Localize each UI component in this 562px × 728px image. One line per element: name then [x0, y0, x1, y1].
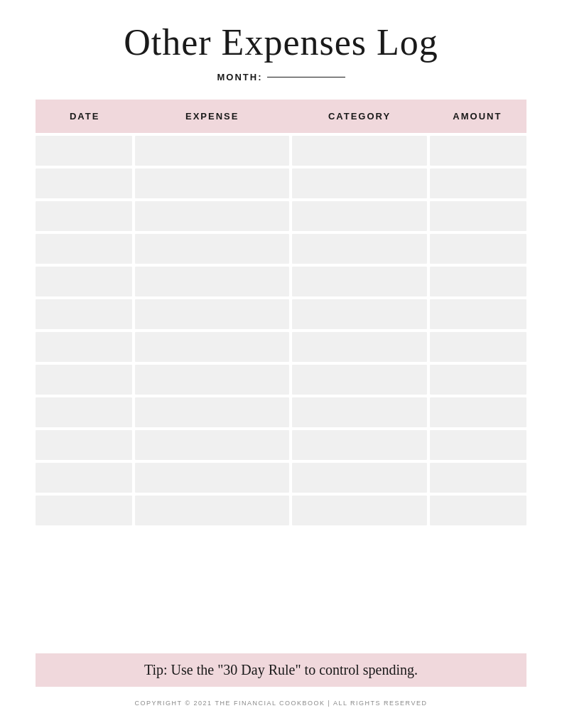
tip-text: Tip: Use the "30 Day Rule" to control sp… [144, 662, 418, 678]
cell-0-1[interactable] [135, 136, 289, 166]
cell-4-3[interactable] [430, 267, 526, 296]
cell-4-2[interactable] [292, 267, 427, 296]
cell-4-0[interactable] [36, 267, 132, 296]
cell-10-3[interactable] [430, 463, 526, 493]
cell-11-0[interactable] [36, 496, 132, 525]
table-body [36, 136, 526, 525]
cell-6-0[interactable] [36, 332, 132, 362]
month-row: MONTH: [217, 72, 345, 82]
cell-8-2[interactable] [292, 397, 427, 427]
cell-5-2[interactable] [292, 299, 427, 329]
cell-7-0[interactable] [36, 365, 132, 395]
cell-3-2[interactable] [292, 234, 427, 264]
cell-9-1[interactable] [135, 430, 289, 460]
cell-7-3[interactable] [430, 365, 526, 395]
cell-9-0[interactable] [36, 430, 132, 460]
table-row[interactable] [36, 365, 526, 395]
tip-bar: Tip: Use the "30 Day Rule" to control sp… [36, 653, 526, 687]
cell-3-1[interactable] [135, 234, 289, 264]
table-row[interactable] [36, 201, 526, 231]
cell-7-1[interactable] [135, 365, 289, 395]
cell-11-3[interactable] [430, 496, 526, 525]
month-line [267, 77, 345, 77]
header-category: CATEGORY [291, 107, 428, 126]
cell-1-0[interactable] [36, 168, 132, 198]
cell-6-1[interactable] [135, 332, 289, 362]
table-row[interactable] [36, 397, 526, 427]
cell-5-3[interactable] [430, 299, 526, 329]
cell-0-3[interactable] [430, 136, 526, 166]
cell-2-0[interactable] [36, 201, 132, 231]
table-row[interactable] [36, 430, 526, 460]
header-expense: EXPENSE [134, 107, 291, 126]
table-row[interactable] [36, 136, 526, 166]
cell-2-1[interactable] [135, 201, 289, 231]
month-label: MONTH: [217, 72, 263, 82]
cell-11-1[interactable] [135, 496, 289, 525]
cell-10-0[interactable] [36, 463, 132, 493]
cell-8-1[interactable] [135, 397, 289, 427]
cell-8-0[interactable] [36, 397, 132, 427]
cell-1-1[interactable] [135, 168, 289, 198]
cell-1-3[interactable] [430, 168, 526, 198]
cell-5-1[interactable] [135, 299, 289, 329]
cell-10-1[interactable] [135, 463, 289, 493]
table-row[interactable] [36, 332, 526, 362]
cell-9-2[interactable] [292, 430, 427, 460]
table-row[interactable] [36, 168, 526, 198]
cell-2-3[interactable] [430, 201, 526, 231]
cell-4-1[interactable] [135, 267, 289, 296]
cell-11-2[interactable] [292, 496, 427, 525]
cell-0-0[interactable] [36, 136, 132, 166]
cell-6-3[interactable] [430, 332, 526, 362]
cell-2-2[interactable] [292, 201, 427, 231]
table-header: DATE EXPENSE CATEGORY AMOUNT [36, 100, 526, 133]
cell-5-0[interactable] [36, 299, 132, 329]
page-title: Other Expenses Log [124, 21, 438, 63]
cell-10-2[interactable] [292, 463, 427, 493]
header-date: DATE [36, 107, 134, 126]
table-row[interactable] [36, 234, 526, 264]
table-row[interactable] [36, 299, 526, 329]
expense-table: DATE EXPENSE CATEGORY AMOUNT [36, 100, 526, 642]
cell-8-3[interactable] [430, 397, 526, 427]
table-row[interactable] [36, 267, 526, 296]
table-row[interactable] [36, 496, 526, 525]
cell-1-2[interactable] [292, 168, 427, 198]
cell-3-3[interactable] [430, 234, 526, 264]
table-row[interactable] [36, 463, 526, 493]
page-wrapper: Other Expenses Log MONTH: DATE EXPENSE C… [0, 0, 562, 728]
cell-6-2[interactable] [292, 332, 427, 362]
cell-9-3[interactable] [430, 430, 526, 460]
copyright: COPYRIGHT © 2021 THE FINANCIAL COOKBOOK … [135, 694, 428, 714]
cell-0-2[interactable] [292, 136, 427, 166]
cell-7-2[interactable] [292, 365, 427, 395]
cell-3-0[interactable] [36, 234, 132, 264]
header-amount: AMOUNT [428, 107, 526, 126]
